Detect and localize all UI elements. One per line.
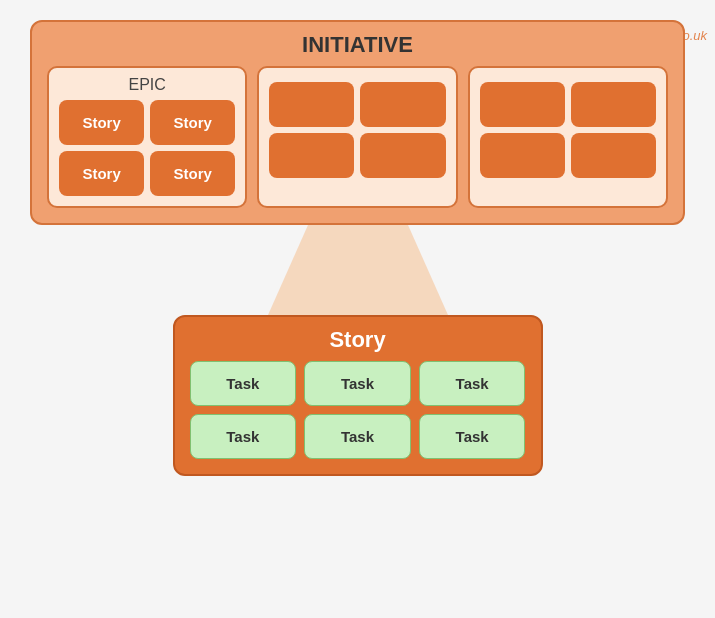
story-card-1-3: Story [59,151,144,196]
stories-grid-2 [269,82,445,178]
story-card-1-4: Story [150,151,235,196]
tasks-grid: Task Task Task Task Task Task [190,361,526,459]
epic-box-2 [257,66,457,208]
epics-row: EPIC Story Story Story Story [47,66,668,208]
task-card-6: Task [419,414,526,459]
story-card-1-1: Story [59,100,144,145]
story-card-3-1 [480,82,565,127]
initiative-label: INITIATIVE [47,32,668,58]
story-card-3-2 [571,82,656,127]
story-card-2-2 [360,82,445,127]
initiative-container: INITIATIVE EPIC Story Story Story Story [30,20,685,476]
epic-label-1: EPIC [59,76,235,94]
epic-box-3 [468,66,668,208]
epic-box-1: EPIC Story Story Story Story [47,66,247,208]
story-card-3-4 [571,133,656,178]
story-expanded-box: Story Task Task Task Task Task Task [173,315,543,476]
story-card-2-1 [269,82,354,127]
connector [248,225,468,315]
task-card-3: Task [419,361,526,406]
task-card-1: Task [190,361,297,406]
story-expanded-label: Story [190,327,526,353]
task-card-4: Task [190,414,297,459]
task-card-2: Task [304,361,411,406]
svg-marker-0 [268,225,448,315]
story-card-2-3 [269,133,354,178]
stories-grid-1: Story Story Story Story [59,100,235,196]
initiative-box: INITIATIVE EPIC Story Story Story Story [30,20,685,225]
stories-grid-3 [480,82,656,178]
story-card-1-2: Story [150,100,235,145]
story-card-2-4 [360,133,445,178]
task-card-5: Task [304,414,411,459]
story-card-3-3 [480,133,565,178]
